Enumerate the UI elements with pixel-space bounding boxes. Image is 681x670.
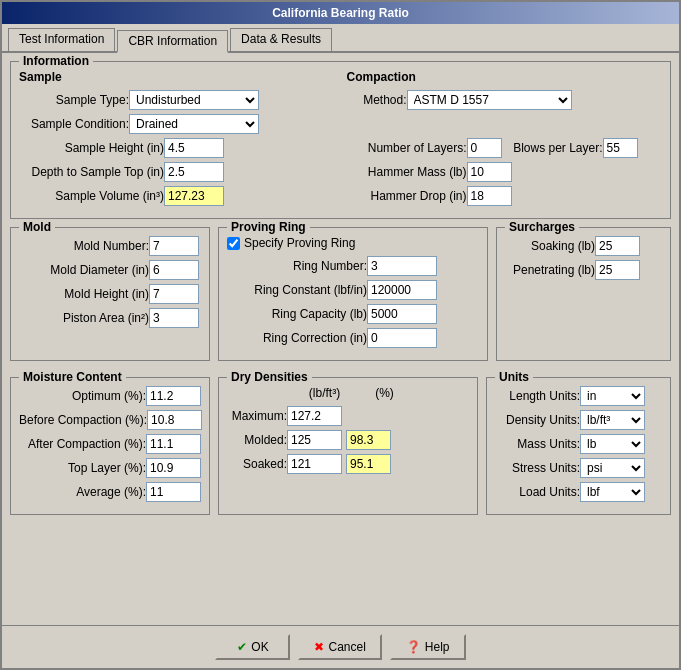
tab-test-info[interactable]: Test Information	[8, 28, 115, 51]
mold-group: Mold Mold Number: Mold Diameter (in) Mol…	[10, 227, 210, 361]
mass-units-select[interactable]: lbkg	[580, 434, 645, 454]
hammer-mass-label: Hammer Mass (lb)	[347, 165, 467, 179]
piston-area-label: Piston Area (in²)	[19, 311, 149, 325]
information-label: Information	[19, 54, 93, 68]
mold-height-label: Mold Height (in)	[19, 287, 149, 301]
ring-number-input[interactable]	[367, 256, 437, 276]
ring-capacity-row: Ring Capacity (lb)	[227, 304, 479, 324]
information-group: Information Sample Sample Type: Undistur…	[10, 61, 671, 219]
soaked-pct-input[interactable]	[346, 454, 391, 474]
mold-label: Mold	[19, 220, 55, 234]
stress-units-label: Stress Units:	[495, 461, 580, 475]
button-bar: ✔ OK ✖ Cancel ❓ Help	[2, 625, 679, 668]
blows-input[interactable]	[603, 138, 638, 158]
ring-correction-row: Ring Correction (in)	[227, 328, 479, 348]
moisture-content-group: Moisture Content Optimum (%): Before Com…	[10, 377, 210, 515]
ring-capacity-input[interactable]	[367, 304, 437, 324]
ok-label: OK	[251, 640, 268, 654]
penetrating-label: Penetrating (lb)	[505, 263, 595, 277]
soaked-row: Soaked:	[227, 454, 469, 474]
mold-height-row: Mold Height (in)	[19, 284, 201, 304]
ok-checkmark-icon: ✔	[237, 640, 247, 654]
depth-sample-input[interactable]	[164, 162, 224, 182]
sample-height-input[interactable]	[164, 138, 224, 158]
compaction-title: Compaction	[347, 70, 663, 84]
top-layer-row: Top Layer (%):	[19, 458, 201, 478]
dry-densities-group: Dry Densities (lb/ft³) (%) Maximum: Mold…	[218, 377, 478, 515]
load-units-select[interactable]: lbfkNN	[580, 482, 645, 502]
mold-number-row: Mold Number:	[19, 236, 201, 256]
layers-input[interactable]	[467, 138, 502, 158]
mold-diameter-input[interactable]	[149, 260, 199, 280]
sample-type-select[interactable]: Undisturbed Disturbed Remolded	[129, 90, 259, 110]
average-input[interactable]	[146, 482, 201, 502]
piston-area-row: Piston Area (in²)	[19, 308, 201, 328]
sample-type-row: Sample Type: Undisturbed Disturbed Remol…	[19, 90, 335, 110]
after-compaction-input[interactable]	[146, 434, 201, 454]
ring-correction-label: Ring Correction (in)	[227, 331, 367, 345]
maximum-row: Maximum:	[227, 406, 469, 426]
optimum-label: Optimum (%):	[19, 389, 146, 403]
load-units-label: Load Units:	[495, 485, 580, 499]
tab-cbr-info[interactable]: CBR Information	[117, 30, 228, 53]
soaking-input[interactable]	[595, 236, 640, 256]
density-units-label: Density Units:	[495, 413, 580, 427]
units-group: Units Length Units: inmmcm Density Units…	[486, 377, 671, 515]
help-icon: ❓	[406, 640, 421, 654]
average-label: Average (%):	[19, 485, 146, 499]
soaking-label: Soaking (lb)	[505, 239, 595, 253]
hammer-drop-input[interactable]	[467, 186, 512, 206]
ring-constant-label: Ring Constant (lbf/in)	[227, 283, 367, 297]
top-layer-input[interactable]	[146, 458, 201, 478]
depth-sample-label: Depth to Sample Top (in)	[19, 165, 164, 179]
stress-units-select[interactable]: psikPa	[580, 458, 645, 478]
sample-height-row: Sample Height (in)	[19, 138, 335, 158]
cancel-button[interactable]: ✖ Cancel	[298, 634, 381, 660]
blows-label: Blows per Layer:	[508, 141, 603, 155]
mold-height-input[interactable]	[149, 284, 199, 304]
mass-units-row: Mass Units: lbkg	[495, 434, 662, 454]
tab-bar: Test Information CBR Information Data & …	[2, 24, 679, 53]
molded-input[interactable]	[287, 430, 342, 450]
proving-ring-group: Proving Ring Specify Proving Ring Ring N…	[218, 227, 488, 361]
sample-type-label: Sample Type:	[19, 93, 129, 107]
maximum-input[interactable]	[287, 406, 342, 426]
ring-constant-input[interactable]	[367, 280, 437, 300]
density-units-select[interactable]: lb/ft³kg/m³	[580, 410, 645, 430]
dd-pct-label: (%)	[357, 386, 412, 400]
surcharges-label: Surcharges	[505, 220, 579, 234]
method-label: Method:	[347, 93, 407, 107]
cancel-label: Cancel	[328, 640, 365, 654]
mold-number-input[interactable]	[149, 236, 199, 256]
penetrating-input[interactable]	[595, 260, 640, 280]
ok-button[interactable]: ✔ OK	[215, 634, 290, 660]
tab-data-results[interactable]: Data & Results	[230, 28, 332, 51]
three-sections: Mold Mold Number: Mold Diameter (in) Mol…	[10, 227, 671, 369]
sample-title: Sample	[19, 70, 335, 84]
length-units-row: Length Units: inmmcm	[495, 386, 662, 406]
window-title: California Bearing Ratio	[272, 6, 409, 20]
specify-proving-checkbox[interactable]	[227, 237, 240, 250]
length-units-label: Length Units:	[495, 389, 580, 403]
help-button[interactable]: ❓ Help	[390, 634, 466, 660]
hammer-drop-label: Hammer Drop (in)	[347, 189, 467, 203]
sample-volume-input[interactable]	[164, 186, 224, 206]
piston-area-input[interactable]	[149, 308, 199, 328]
soaking-row: Soaking (lb)	[505, 236, 662, 256]
info-columns: Sample Sample Type: Undisturbed Disturbe…	[19, 70, 662, 210]
ring-correction-input[interactable]	[367, 328, 437, 348]
before-compaction-input[interactable]	[147, 410, 202, 430]
after-compaction-row: After Compaction (%):	[19, 434, 201, 454]
hammer-mass-input[interactable]	[467, 162, 512, 182]
sample-condition-label: Sample Condition:	[19, 117, 129, 131]
optimum-input[interactable]	[146, 386, 201, 406]
molded-pct-input[interactable]	[346, 430, 391, 450]
soaked-input[interactable]	[287, 454, 342, 474]
density-units-row: Density Units: lb/ft³kg/m³	[495, 410, 662, 430]
sample-condition-row: Sample Condition: Drained Undrained	[19, 114, 335, 134]
hammer-mass-row: Hammer Mass (lb)	[347, 162, 663, 182]
method-select[interactable]: ASTM D 1557 ASTM D 698	[407, 90, 572, 110]
length-units-select[interactable]: inmmcm	[580, 386, 645, 406]
sample-condition-select[interactable]: Drained Undrained	[129, 114, 259, 134]
dd-unit-label: (lb/ft³)	[292, 386, 357, 400]
